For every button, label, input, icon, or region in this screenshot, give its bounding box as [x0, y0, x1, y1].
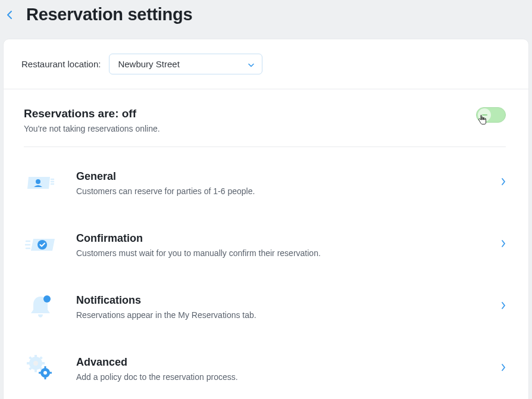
chevron-down-icon — [248, 59, 255, 69]
svg-rect-17 — [39, 372, 41, 374]
svg-point-14 — [43, 371, 47, 375]
chevron-right-icon — [501, 363, 506, 374]
svg-point-2 — [43, 295, 51, 303]
chevron-left-icon — [7, 10, 12, 20]
location-label: Restaurant location: — [21, 59, 101, 69]
settings-row-confirmation[interactable]: Confirmation Customers must wait for you… — [4, 214, 528, 276]
general-subtitle: Customers can reserve for parties of 1-6… — [76, 186, 482, 196]
general-title: General — [76, 170, 482, 183]
toggle-knob — [478, 108, 491, 121]
settings-list: General Customers can reserve for partie… — [4, 147, 528, 399]
notifications-title: Notifications — [76, 294, 482, 307]
svg-rect-8 — [42, 362, 45, 364]
location-selected-value: Newbury Street — [118, 59, 179, 69]
svg-rect-6 — [35, 369, 37, 372]
advanced-subtitle: Add a policy doc to the reservation proc… — [76, 372, 482, 382]
settings-row-notifications[interactable]: Notifications Reservations appear in the… — [4, 276, 528, 338]
advanced-title: Advanced — [76, 356, 482, 369]
reservations-toggle[interactable] — [476, 107, 506, 123]
confirmation-icon — [24, 229, 57, 260]
confirmation-subtitle: Customers must wait for you to manually … — [76, 248, 482, 258]
svg-rect-7 — [27, 362, 30, 364]
svg-point-0 — [36, 179, 40, 184]
location-select[interactable]: Newbury Street — [109, 54, 262, 74]
notifications-subtitle: Reservations appear in the My Reservatio… — [76, 310, 482, 320]
chevron-right-icon — [501, 301, 506, 312]
page-title: Reservation settings — [26, 5, 192, 24]
location-bar: Restaurant location: Newbury Street — [4, 39, 528, 89]
status-text-block: Reservations are: off You're not taking … — [24, 107, 160, 133]
svg-rect-18 — [49, 372, 52, 374]
svg-rect-15 — [45, 366, 46, 369]
settings-row-advanced[interactable]: Advanced Add a policy doc to the reserva… — [4, 338, 528, 399]
chevron-right-icon — [501, 239, 506, 250]
chevron-right-icon — [501, 177, 506, 188]
settings-card: Restaurant location: Newbury Street Rese… — [3, 39, 529, 399]
svg-point-1 — [37, 240, 47, 250]
general-icon — [24, 167, 57, 198]
svg-rect-16 — [45, 377, 46, 379]
back-button[interactable] — [4, 9, 15, 21]
svg-point-4 — [33, 361, 38, 366]
reservations-status-title: Reservations are: off — [24, 107, 160, 120]
svg-rect-5 — [35, 355, 37, 357]
notifications-icon — [24, 291, 57, 322]
advanced-icon — [24, 353, 57, 384]
settings-row-general[interactable]: General Customers can reserve for partie… — [4, 152, 528, 214]
confirmation-title: Confirmation — [76, 232, 482, 245]
reservations-status-subtitle: You're not taking reservations online. — [24, 124, 160, 133]
